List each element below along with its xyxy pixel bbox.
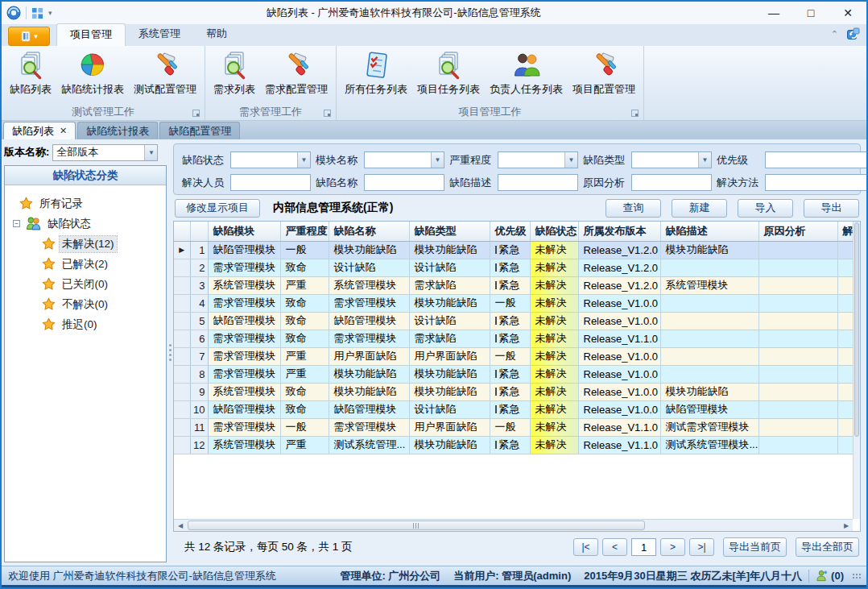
filter-input-缺陷描述[interactable] (498, 174, 578, 191)
resize-grip[interactable] (852, 573, 862, 579)
skin-style-icon[interactable] (846, 27, 860, 41)
messages-indicator[interactable]: (0) (809, 570, 850, 582)
column-header-解决方法[interactable]: 解决方法 (837, 222, 854, 241)
table-row[interactable]: 2需求管理模块致命设计缺陷设计缺陷紧急未解决Release_V1.2.0 (174, 259, 854, 276)
filter-combo-缺陷状态[interactable]: ▼ (230, 151, 311, 168)
tree-item-不解决(0)[interactable]: 不解决(0) (13, 294, 163, 314)
ribbon-tab-系统管理[interactable]: 系统管理 (126, 23, 193, 46)
ribbon-tab-项目管理[interactable]: 项目管理 (56, 23, 126, 46)
cell-analysis (758, 418, 837, 436)
app-menu-button[interactable]: ▾ (8, 27, 50, 46)
export-current-page-button[interactable]: 导出当前页 (723, 537, 787, 557)
column-header-缺陷状态[interactable]: 缺陷状态 (530, 222, 578, 241)
column-header-原因分析[interactable]: 原因分析 (758, 222, 837, 241)
tree-item-已关闭(0)[interactable]: 已关闭(0) (13, 274, 163, 294)
ribbon-button-项目任务列表[interactable]: 项目任务列表 (412, 49, 485, 98)
tree-item-缺陷状态[interactable]: −缺陷状态 (13, 214, 163, 234)
table-row[interactable]: 10缺陷管理模块致命缺陷管理模块设计缺陷紧急未解决Release_V1.0.0缺… (174, 400, 854, 418)
doc-tab-缺陷列表[interactable]: 缺陷列表✕ (3, 122, 76, 139)
ribbon-button-缺陷列表[interactable]: 缺陷列表 (5, 49, 56, 98)
column-header-所属发布版本[interactable]: 所属发布版本 (578, 222, 660, 241)
export-all-pages-button[interactable]: 导出全部页 (796, 537, 859, 557)
selector-column-header[interactable] (174, 222, 190, 241)
cell-name: 缺陷管理模块 (329, 312, 409, 330)
cell-module: 缺陷管理模块 (208, 312, 280, 330)
maximize-button[interactable]: □ (792, 2, 829, 23)
next-page-button[interactable]: > (660, 538, 685, 556)
table-row[interactable]: 12系统管理模块严重测试系统管理...模块功能缺陷紧急未解决Release_V1… (174, 436, 854, 454)
ribbon-button-项目配置管理[interactable]: 项目配置管理 (568, 49, 640, 98)
modify-columns-button[interactable]: 修改显示项目 (175, 199, 260, 218)
table-row[interactable]: 11需求管理模块一般需求管理模块用户界面缺陷一般未解决Release_V1.1.… (174, 418, 854, 436)
page-number-input[interactable] (631, 538, 656, 556)
filter-combo-模块名称[interactable]: ▼ (364, 151, 444, 168)
table-row[interactable]: 7需求管理模块严重用户界面缺陷用户界面缺陷一般未解决Release_V1.0.0 (174, 347, 854, 365)
column-header-缺陷描述[interactable]: 缺陷描述 (660, 222, 758, 241)
grid-icon[interactable] (31, 7, 43, 19)
filter-combo-严重程度[interactable]: ▼ (498, 151, 578, 168)
column-header-优先级[interactable]: 优先级 (490, 222, 530, 241)
filter-combo-优先级[interactable]: ▼ (765, 151, 866, 168)
ribbon-button-所有任务列表[interactable]: 所有任务列表 (340, 49, 412, 98)
cell-type: 设计缺陷 (409, 259, 490, 276)
close-tab-icon[interactable]: ✕ (60, 126, 67, 136)
cell-priority: 紧急 (490, 241, 530, 259)
column-header-缺陷模块[interactable]: 缺陷模块 (208, 222, 280, 241)
last-page-button[interactable]: >| (689, 538, 714, 556)
tree-item-未解决(12)[interactable]: 未解决(12) (13, 234, 163, 254)
collapse-ribbon-icon[interactable]: ⌃ (831, 29, 838, 39)
row-selector-cell (174, 294, 190, 312)
row-selector-cell (174, 400, 190, 418)
filter-模块名称: 模块名称▼ (316, 151, 444, 168)
table-row[interactable]: 9系统管理模块致命模块功能缺陷模块功能缺陷紧急未解决Release_V1.0.0… (174, 383, 854, 400)
table-row[interactable]: 3系统管理模块严重系统管理模块需求缺陷紧急未解决Release_V1.2.0系统… (174, 276, 854, 294)
cell-status: 未解决 (530, 347, 578, 365)
minimize-button[interactable]: — (755, 2, 792, 23)
dialog-launcher-icon[interactable] (631, 110, 639, 117)
tree-item-推迟(0)[interactable]: 推迟(0) (13, 314, 163, 334)
action-button-导入[interactable]: 导入 (738, 199, 793, 218)
table-row[interactable]: 6需求管理模块致命需求管理模块需求缺陷紧急未解决Release_V1.1.0 (174, 330, 854, 347)
ribbon-button-负责人任务列表[interactable]: 负责人任务列表 (485, 49, 568, 98)
ribbon-button-需求列表[interactable]: 需求列表 (209, 49, 260, 98)
filter-combo-缺陷类型[interactable]: ▼ (631, 151, 712, 168)
column-header-缺陷名称[interactable]: 缺陷名称 (329, 222, 409, 241)
tree-item-所有记录[interactable]: 所有记录 (13, 193, 163, 214)
prev-page-button[interactable]: < (602, 538, 627, 556)
action-button-查询[interactable]: 查询 (606, 199, 661, 218)
action-button-新建[interactable]: 新建 (672, 199, 727, 218)
table-row[interactable]: 4需求管理模块致命需求管理模块模块功能缺陷一般未解决Release_V1.0.0 (174, 294, 854, 312)
filter-input-缺陷名称[interactable] (364, 174, 444, 191)
sidebar-splitter[interactable] (167, 139, 173, 566)
dialog-launcher-icon[interactable] (324, 110, 331, 117)
filter-input-原因分析[interactable] (631, 174, 712, 191)
column-header-缺陷类型[interactable]: 缺陷类型 (409, 222, 490, 241)
table-row[interactable]: 8需求管理模块严重模块功能缺陷模块功能缺陷紧急未解决Release_V1.0.0 (174, 365, 854, 383)
ribbon-tab-帮助[interactable]: 帮助 (193, 23, 240, 46)
vertical-scrollbar[interactable] (853, 222, 860, 519)
first-page-button[interactable]: |< (573, 538, 598, 556)
doc-tab-缺陷统计报表[interactable]: 缺陷统计报表 (77, 122, 158, 139)
scroll-left-icon[interactable]: ◀ (174, 520, 187, 531)
expander-minus-icon[interactable]: − (13, 220, 20, 227)
column-header-严重程度[interactable]: 严重程度 (280, 222, 329, 241)
ribbon-button-测试配置管理[interactable]: 测试配置管理 (129, 49, 201, 98)
welcome-text: 欢迎使用 广州爱奇迪软件科技有限公司-缺陷信息管理系统 (8, 569, 333, 583)
cell-name: 模块功能缺陷 (329, 241, 409, 259)
ribbon-button-缺陷统计报表[interactable]: 缺陷统计报表 (56, 49, 129, 98)
close-button[interactable]: ✕ (829, 2, 866, 23)
ribbon-button-需求配置管理[interactable]: 需求配置管理 (260, 49, 333, 98)
horizontal-scrollbar[interactable]: ◀ ▶ (174, 519, 853, 531)
filter-input-解决方法[interactable] (765, 174, 866, 191)
version-select[interactable]: 全部版本 ▼ (52, 144, 158, 161)
table-row[interactable]: ▶1缺陷管理模块一般模块功能缺陷模块功能缺陷紧急未解决Release_V1.2.… (174, 241, 854, 259)
filter-严重程度: 严重程度▼ (449, 151, 578, 168)
doc-tab-缺陷配置管理[interactable]: 缺陷配置管理 (159, 122, 240, 139)
scroll-right-icon[interactable]: ▶ (840, 520, 853, 531)
dialog-launcher-icon[interactable] (192, 110, 200, 117)
filter-input-解决人员[interactable] (230, 174, 311, 191)
action-button-导出[interactable]: 导出 (804, 199, 859, 218)
table-row[interactable]: 5缺陷管理模块致命缺陷管理模块设计缺陷紧急未解决Release_V1.0.0 (174, 312, 854, 330)
rownum-column-header[interactable] (190, 222, 208, 241)
tree-item-已解决(2)[interactable]: 已解决(2) (13, 254, 163, 274)
